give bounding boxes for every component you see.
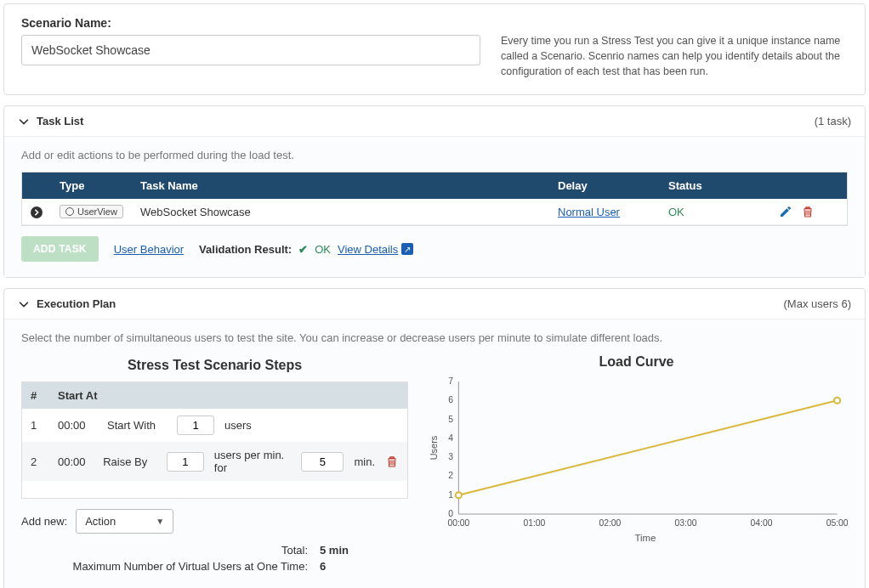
action-select[interactable]: Action ▼ (76, 509, 173, 534)
chart-title: Load Curve (425, 354, 848, 370)
col-delay: Delay (549, 172, 660, 199)
steps-table: # Start At 1 00:00 Start With (22, 382, 407, 498)
cell-task-name: WebSocket Showcase (132, 199, 549, 225)
svg-text:05:00: 05:00 (826, 519, 848, 529)
execution-plan-header[interactable]: Execution Plan (Max users 6) (4, 289, 865, 319)
step-unit: users per min. for (214, 449, 292, 474)
task-list-panel: Task List (1 task) Add or edit actions t… (3, 105, 866, 278)
svg-text:01:00: 01:00 (523, 519, 545, 529)
step-duration-input[interactable] (301, 452, 344, 472)
step-startat: 00:00 (58, 455, 93, 468)
step-num: 1 (22, 409, 49, 442)
execution-plan-hint: Select the number of simultaneous users … (21, 331, 848, 344)
table-row: 1 00:00 Start With users (22, 409, 407, 442)
svg-text:1: 1 (448, 490, 453, 500)
svg-text:5: 5 (448, 415, 453, 424)
trash-icon[interactable] (385, 455, 399, 468)
col-type: Type (51, 172, 132, 199)
svg-text:4: 4 (448, 433, 453, 443)
svg-text:Users: Users (429, 436, 439, 461)
col-start-at: Start At (49, 382, 407, 409)
user-icon (65, 207, 74, 216)
max-users-label: Maximum Number of Virtual Users at One T… (73, 560, 308, 573)
task-list-header[interactable]: Task List (1 task) (4, 106, 865, 137)
userview-badge-label: UserView (77, 206, 117, 217)
step-action-label: Raise By (103, 455, 156, 468)
view-details-link[interactable]: View Details (338, 243, 398, 256)
task-list-count: (1 task) (815, 115, 851, 127)
step-num: 2 (22, 442, 49, 481)
user-behavior-link[interactable]: User Behavior (114, 243, 184, 256)
trash-icon[interactable] (801, 205, 815, 218)
status-ok: OK (668, 206, 684, 218)
svg-text:6: 6 (448, 396, 453, 405)
pencil-icon[interactable] (779, 205, 792, 218)
svg-text:3: 3 (448, 453, 453, 462)
svg-text:02:00: 02:00 (599, 519, 622, 529)
load-curve-chart: 0123456700:0001:0002:0003:0004:0005:00Ti… (425, 375, 848, 545)
action-select-value: Action (85, 515, 116, 528)
steps-title: Stress Test Scenario Steps (21, 358, 408, 373)
svg-text:7: 7 (448, 377, 453, 387)
userview-badge[interactable]: UserView (60, 205, 123, 218)
add-new-label: Add new: (21, 515, 67, 528)
scenario-name-panel: Scenario Name: Every time you run a Stre… (3, 3, 866, 95)
svg-text:04:00: 04:00 (751, 519, 773, 529)
task-list-hint: Add or edit actions to be performed duri… (21, 149, 848, 161)
table-row: 2 00:00 Raise By users per min. for min. (22, 442, 407, 481)
execution-plan-title: Execution Plan (37, 297, 116, 310)
scenario-name-input[interactable] (21, 35, 480, 65)
scenario-name-label: Scenario Name: (21, 16, 480, 30)
svg-text:Time: Time (634, 534, 656, 544)
table-row: UserView WebSocket Showcase Normal User … (22, 199, 847, 225)
step-unit: users (224, 419, 252, 432)
svg-text:0: 0 (448, 510, 453, 519)
col-step-num: # (22, 382, 49, 409)
total-label: Total: (281, 544, 308, 557)
task-table: Type Task Name Delay Status (22, 172, 847, 225)
caret-down-icon: ▼ (156, 517, 164, 526)
total-value: 5 min (320, 544, 350, 557)
svg-point-19 (834, 398, 840, 404)
chevron-down-icon (18, 116, 30, 127)
col-status: Status (660, 172, 770, 199)
step-startat: 00:00 (58, 419, 97, 432)
svg-text:03:00: 03:00 (675, 519, 697, 529)
svg-text:2: 2 (448, 472, 453, 481)
validation-result-label: Validation Result: (199, 243, 292, 256)
step-value-input[interactable] (167, 452, 204, 472)
check-icon: ✔ (298, 243, 308, 256)
max-users-value: 6 (320, 560, 350, 573)
chevron-down-icon (18, 298, 30, 310)
delay-link[interactable]: Normal User (558, 206, 620, 218)
scenario-help-text: Every time you run a Stress Test you can… (501, 16, 848, 79)
col-task-name: Task Name (132, 172, 549, 199)
expand-row-icon[interactable] (31, 206, 43, 218)
step-unit2: min. (354, 455, 375, 468)
external-link-icon[interactable]: ↗ (401, 243, 413, 255)
step-value-input[interactable] (177, 416, 214, 435)
task-list-title: Task List (37, 115, 83, 127)
step-action-label: Start With (107, 419, 167, 432)
execution-plan-count: (Max users 6) (784, 297, 851, 310)
svg-text:00:00: 00:00 (447, 519, 469, 529)
validation-ok: OK (315, 243, 331, 256)
add-task-button[interactable]: ADD TASK (21, 236, 99, 262)
execution-plan-panel: Execution Plan (Max users 6) Select the … (3, 288, 866, 588)
svg-point-18 (456, 493, 462, 499)
